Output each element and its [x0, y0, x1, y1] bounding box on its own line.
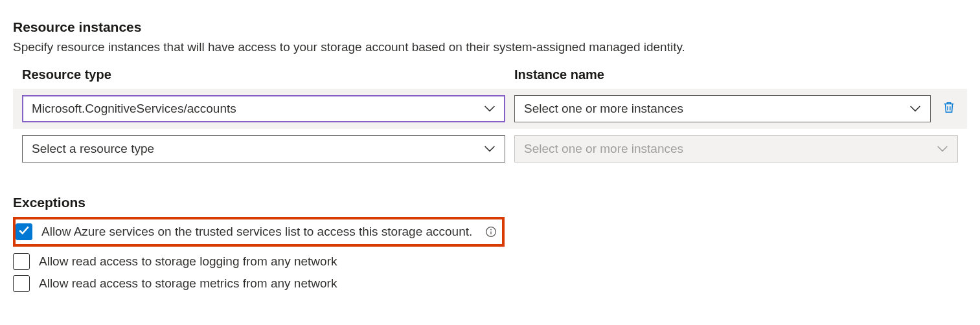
instance-name-dropdown[interactable]: Select one or more instances	[514, 95, 931, 122]
dropdown-placeholder: Select one or more instances	[524, 142, 683, 156]
chevron-down-icon	[909, 103, 921, 115]
columns-header: Resource type Instance name	[22, 67, 967, 82]
dropdown-placeholder: Select one or more instances	[524, 102, 683, 116]
exception-row-storage-metrics: Allow read access to storage metrics fro…	[13, 273, 967, 295]
exception-row-trusted-services: Allow Azure services on the trusted serv…	[13, 217, 505, 247]
dropdown-value: Microsoft.CognitiveServices/accounts	[32, 102, 236, 116]
dropdown-placeholder: Select a resource type	[32, 142, 154, 156]
info-icon[interactable]	[485, 226, 497, 238]
trash-icon	[942, 100, 956, 118]
resource-instances-description: Specify resource instances that will hav…	[13, 40, 967, 54]
resource-instances-title: Resource instances	[13, 19, 967, 35]
resource-type-dropdown[interactable]: Microsoft.CognitiveServices/accounts	[22, 95, 505, 122]
instance-name-dropdown: Select one or more instances	[514, 135, 958, 162]
column-header-resource-type: Resource type	[22, 67, 514, 82]
checkbox-label: Allow read access to storage logging fro…	[39, 254, 337, 269]
chevron-down-icon	[484, 103, 496, 115]
checkbox-label: Allow Azure services on the trusted serv…	[41, 225, 472, 239]
resource-row: Select a resource type Select one or mor…	[13, 129, 967, 169]
resource-type-dropdown[interactable]: Select a resource type	[22, 135, 505, 162]
delete-row-button[interactable]	[940, 100, 958, 118]
check-icon	[18, 225, 30, 240]
checkbox-trusted-services[interactable]	[16, 223, 32, 240]
resource-row: Microsoft.CognitiveServices/accounts Sel…	[13, 89, 967, 129]
checkbox-storage-metrics[interactable]	[13, 275, 30, 292]
exception-row-storage-logging: Allow read access to storage logging fro…	[13, 251, 967, 273]
svg-point-1	[490, 229, 492, 230]
checkbox-storage-logging[interactable]	[13, 253, 30, 270]
checkbox-label: Allow read access to storage metrics fro…	[39, 276, 337, 291]
chevron-down-icon	[484, 143, 496, 155]
chevron-down-icon	[937, 143, 948, 155]
column-header-instance-name: Instance name	[514, 67, 967, 82]
exceptions-title: Exceptions	[13, 195, 967, 210]
